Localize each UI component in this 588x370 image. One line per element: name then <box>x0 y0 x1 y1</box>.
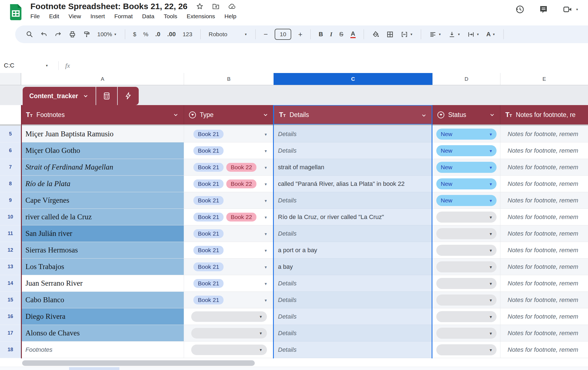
empty-dropdown-pill[interactable]: ▼ <box>436 245 497 256</box>
empty-dropdown-pill[interactable]: ▼ <box>436 344 497 355</box>
cell-details[interactable]: called "Paraná River, alias La Plata" in… <box>274 176 432 192</box>
row-header-5[interactable]: 5 <box>0 126 21 142</box>
cell-type-dropdown[interactable]: Book 21▼ <box>184 142 274 159</box>
empty-dropdown-pill[interactable]: ▼ <box>436 212 497 223</box>
menu-tools[interactable]: Tools <box>164 13 177 20</box>
menu-format[interactable]: Format <box>114 13 133 20</box>
document-title[interactable]: Footnote Spreadsheet: Books 21, 22, 26 <box>30 2 188 11</box>
format-percent-button[interactable]: % <box>143 31 148 38</box>
cell-notes[interactable]: Notes for footnote, remem <box>500 209 588 225</box>
empty-dropdown-pill[interactable]: ▼ <box>436 278 497 289</box>
table-header-footnotes[interactable]: TT Footnotes <box>21 105 184 124</box>
undo-button[interactable] <box>40 31 48 38</box>
cell-notes[interactable]: Notes for footnote, remem <box>500 225 588 242</box>
redo-button[interactable] <box>54 31 62 38</box>
strikethrough-button[interactable]: S <box>339 31 343 38</box>
move-to-folder-icon[interactable] <box>212 2 220 10</box>
table-header-type[interactable]: Type <box>184 105 274 124</box>
menu-file[interactable]: File <box>30 13 40 20</box>
cell-status-dropdown[interactable]: ▼ <box>432 342 500 358</box>
cell-footnote[interactable]: Sierras Hermosas <box>21 242 184 259</box>
empty-dropdown-pill[interactable]: ▼ <box>436 228 497 239</box>
cell-footnote[interactable]: Alonso de Chaves <box>21 325 184 342</box>
cell-footnote[interactable]: Juan Serrano River <box>21 275 184 292</box>
cell-status-dropdown[interactable]: New▼ <box>432 192 500 209</box>
cell-notes[interactable]: Notes for footnote, remem <box>500 275 588 292</box>
cell-details[interactable]: Details <box>274 275 432 292</box>
cell-footnote[interactable]: Miçer Olao Gotho <box>21 142 184 159</box>
name-box-chevron-icon[interactable]: ▼ <box>45 64 48 67</box>
more-formats-button[interactable]: 123 <box>183 31 192 38</box>
row-header-17[interactable]: 17 <box>0 325 21 342</box>
cell-type-dropdown[interactable]: Book 21▼ <box>184 225 274 242</box>
cell-status-dropdown[interactable]: ▼ <box>432 308 500 325</box>
cloud-status-icon[interactable] <box>228 2 236 10</box>
cell-details[interactable]: Río de la Cruz, or river called "La Cruz… <box>274 209 432 225</box>
empty-dropdown-pill[interactable]: ▼ <box>191 311 267 322</box>
cell-notes[interactable]: Notes for footnote, remem <box>500 242 588 259</box>
cell-status-dropdown[interactable]: New▼ <box>432 176 500 192</box>
menu-insert[interactable]: Insert <box>90 13 105 20</box>
comments-icon[interactable] <box>539 4 548 14</box>
fill-color-button[interactable] <box>372 31 379 38</box>
row-header-18[interactable]: 18 <box>0 342 21 358</box>
cell-details[interactable]: strait of magellan <box>274 159 432 176</box>
empty-dropdown-pill[interactable]: ▼ <box>436 328 497 339</box>
cell-details[interactable]: a port or a bay <box>274 242 432 259</box>
vertical-align-button[interactable]: ▼ <box>448 31 460 38</box>
search-icon[interactable] <box>26 30 33 38</box>
cell-notes[interactable]: Notes for footnote, remem <box>500 159 588 176</box>
borders-button[interactable] <box>386 31 394 38</box>
status-pill-new[interactable]: New▼ <box>436 178 497 189</box>
cell-details[interactable]: Details <box>274 225 432 242</box>
status-pill-new[interactable]: New▼ <box>436 195 497 206</box>
decrease-decimal-button[interactable]: .0 <box>155 31 160 38</box>
empty-dropdown-pill[interactable]: ▼ <box>191 345 267 355</box>
cell-footnote[interactable]: river called de la Cruz <box>21 209 184 225</box>
sheets-logo-icon[interactable] <box>8 3 24 21</box>
cell-status-dropdown[interactable]: ▼ <box>432 275 500 292</box>
cell-footnote[interactable]: San Julián river <box>21 225 184 242</box>
bold-button[interactable]: B <box>319 31 323 38</box>
horizontal-scrollbar[interactable] <box>22 360 255 366</box>
row-header-7[interactable]: 7 <box>0 159 21 176</box>
empty-dropdown-pill[interactable]: ▼ <box>191 328 267 338</box>
row-header-14[interactable]: 14 <box>0 275 21 292</box>
menu-view[interactable]: View <box>69 13 81 20</box>
row-header-16[interactable]: 16 <box>0 308 21 325</box>
cell-footnote[interactable]: Cape Vírgenes <box>21 192 184 209</box>
cell-type-dropdown[interactable]: Book 21Book 22▼ <box>184 209 274 225</box>
column-header-d[interactable]: D <box>432 73 500 85</box>
cell-footnote[interactable]: Los Trabajos <box>21 259 184 275</box>
meet-button[interactable]: ▼ <box>562 5 579 14</box>
cell-status-dropdown[interactable]: ▼ <box>432 225 500 242</box>
cell-footnote[interactable]: Footnotes <box>21 342 184 358</box>
menu-data[interactable]: Data <box>142 13 154 20</box>
cell-status-dropdown[interactable]: ▼ <box>432 259 500 275</box>
table-header-notes[interactable]: TT Notes for footnote, re <box>500 105 588 124</box>
cell-notes[interactable]: Notes for footnote, remem <box>500 192 588 209</box>
cell-status-dropdown[interactable]: New▼ <box>432 126 500 142</box>
empty-dropdown-pill[interactable]: ▼ <box>436 261 497 272</box>
table-view-button[interactable] <box>96 87 117 105</box>
status-pill-new[interactable]: New▼ <box>436 145 497 156</box>
cell-details[interactable]: Details <box>274 292 432 308</box>
horizontal-align-button[interactable]: ▼ <box>429 31 441 38</box>
table-tab-content-tracker[interactable]: Content_tracker <box>23 87 96 105</box>
row-header-9[interactable]: 9 <box>0 192 21 209</box>
cell-notes[interactable]: Notes for footnote, remem <box>500 342 588 358</box>
cell-details[interactable]: Details <box>274 126 432 142</box>
cell-footnote[interactable]: Diego Rivera <box>21 308 184 325</box>
cell-details[interactable]: Details <box>274 342 432 358</box>
cell-type-dropdown[interactable]: Book 21▼ <box>184 292 274 308</box>
cell-type-dropdown[interactable]: Book 21Book 22▼ <box>184 176 274 192</box>
empty-dropdown-pill[interactable]: ▼ <box>436 295 497 306</box>
menu-extensions[interactable]: Extensions <box>187 13 215 20</box>
star-icon[interactable] <box>196 2 204 10</box>
increase-decimal-button[interactable]: .00 <box>167 31 176 38</box>
cell-footnote[interactable]: Miçer Juan Baptista Ramusio <box>21 126 184 142</box>
decrease-font-size-button[interactable]: − <box>264 30 268 39</box>
cell-notes[interactable]: Notes for footnote, remem <box>500 292 588 308</box>
row-header-10[interactable]: 10 <box>0 209 21 225</box>
status-pill-new[interactable]: New▼ <box>436 162 497 173</box>
